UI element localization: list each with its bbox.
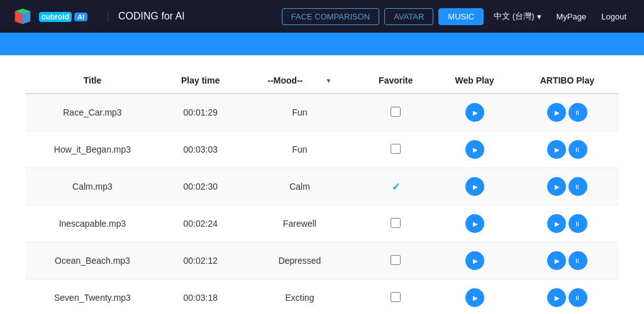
web-play-button[interactable]: ▶ [465, 103, 484, 122]
cell-artibo-play: ▶⏸ [516, 205, 619, 242]
logo-text: cubroidAI [38, 11, 87, 22]
artibo-play-button[interactable]: ▶ [547, 288, 566, 307]
artibo-pause-button[interactable]: ⏸ [569, 251, 587, 270]
artibo-play-icon: ▶ [555, 146, 560, 153]
cell-favorite[interactable] [358, 242, 433, 279]
artibo-pause-icon: ⏸ [574, 183, 581, 190]
web-play-button[interactable]: ▶ [465, 214, 484, 233]
cell-play-time: 00:01:29 [160, 94, 242, 131]
web-play-button[interactable]: ▶ [465, 288, 484, 307]
cell-title: Race_Car.mp3 [25, 94, 160, 131]
language-button[interactable]: 中文 (台灣) ▾ [489, 8, 546, 25]
artibo-pause-button[interactable]: ⏸ [569, 177, 587, 196]
artibo-play-button[interactable]: ▶ [547, 103, 566, 122]
favorite-checkbox[interactable] [391, 292, 401, 302]
cell-web-play: ▶ [433, 168, 515, 205]
language-label: 中文 (台灣) [494, 11, 534, 22]
music-table: Title Play time --Mood-- Fun Calm Farewe… [25, 68, 619, 314]
table-row: Calm.mp300:02:30Calm✓▶▶⏸ [25, 168, 619, 205]
play-icon: ▶ [473, 146, 478, 153]
artibo-pause-icon: ⏸ [574, 220, 581, 227]
cell-title: How_it_Began.mp3 [25, 131, 160, 168]
cell-title: Calm.mp3 [25, 168, 160, 205]
table-row: Seven_Twenty.mp300:03:18Excting▶▶⏸ [25, 279, 619, 315]
cell-web-play: ▶ [433, 205, 515, 242]
cell-mood: Calm [242, 168, 358, 205]
cell-title: Ocean_Beach.mp3 [25, 242, 160, 279]
col-play-time: Play time [160, 68, 242, 94]
cell-favorite[interactable] [358, 279, 433, 315]
cell-title: Seven_Twenty.mp3 [25, 279, 160, 315]
artibo-play-icon: ▶ [555, 109, 560, 116]
cell-artibo-play: ▶⏸ [516, 94, 619, 131]
cell-artibo-play: ▶⏸ [516, 168, 619, 205]
cell-favorite[interactable] [358, 131, 433, 168]
artibo-play-button[interactable]: ▶ [547, 214, 566, 233]
play-icon: ▶ [473, 109, 478, 116]
cell-web-play: ▶ [433, 242, 515, 279]
col-artibo-play: ARTIBO Play [516, 68, 619, 94]
table-row: Ocean_Beach.mp300:02:12Depressed▶▶⏸ [25, 242, 619, 279]
blue-bar [0, 33, 644, 55]
favorite-checkbox[interactable] [391, 144, 401, 154]
play-icon: ▶ [473, 295, 478, 301]
artibo-pause-button[interactable]: ⏸ [569, 103, 587, 122]
artibo-pause-icon: ⏸ [574, 146, 581, 153]
artibo-pause-button[interactable]: ⏸ [569, 288, 587, 307]
artibo-play-icon: ▶ [555, 220, 560, 227]
artibo-play-icon: ▶ [555, 257, 560, 264]
artibo-pause-button[interactable]: ⏸ [569, 140, 587, 159]
cell-favorite[interactable] [358, 94, 433, 131]
table-row: Race_Car.mp300:01:29Fun▶▶⏸ [25, 94, 619, 131]
language-chevron-icon: ▾ [537, 12, 541, 21]
table-row: How_it_Began.mp300:03:03Fun▶▶⏸ [25, 131, 619, 168]
artibo-pause-icon: ⏸ [574, 257, 581, 264]
logo-icon [13, 6, 33, 26]
cell-artibo-play: ▶⏸ [516, 242, 619, 279]
cell-title: Inescapable.mp3 [25, 205, 160, 242]
web-play-button[interactable]: ▶ [465, 251, 484, 270]
artibo-play-button[interactable]: ▶ [547, 177, 566, 196]
artibo-pause-icon: ⏸ [574, 295, 581, 301]
logo-name: cubroid [39, 12, 72, 22]
artibo-play-icon: ▶ [555, 183, 560, 190]
avatar-button[interactable]: AVATAR [384, 8, 433, 25]
artibo-pause-button[interactable]: ⏸ [569, 214, 587, 233]
cell-mood: Excting [242, 279, 358, 315]
cell-artibo-play: ▶⏸ [516, 279, 619, 315]
cell-favorite[interactable] [358, 205, 433, 242]
artibo-play-button[interactable]: ▶ [547, 140, 566, 159]
header: cubroidAI CODING for AI FACE COMPARISON … [0, 0, 644, 33]
favorite-checkbox[interactable] [391, 218, 401, 228]
cell-mood: Fun [242, 94, 358, 131]
artibo-play-button[interactable]: ▶ [547, 251, 566, 270]
favorite-checkbox[interactable] [391, 255, 401, 265]
col-mood: --Mood-- Fun Calm Farewell Depressed Exc… [242, 68, 358, 94]
mypage-button[interactable]: MyPage [552, 9, 592, 24]
web-play-button[interactable]: ▶ [465, 140, 484, 159]
table-row: Inescapable.mp300:02:24Farewell▶▶⏸ [25, 205, 619, 242]
main-content: Title Play time --Mood-- Fun Calm Farewe… [0, 55, 644, 314]
cell-mood: Farewell [242, 205, 358, 242]
cell-web-play: ▶ [433, 94, 515, 131]
logout-button[interactable]: Logout [596, 9, 631, 24]
web-play-button[interactable]: ▶ [465, 177, 484, 196]
cell-mood: Fun [242, 131, 358, 168]
col-web-play: Web Play [433, 68, 515, 94]
col-favorite: Favorite [358, 68, 433, 94]
cell-mood: Depressed [242, 242, 358, 279]
music-button[interactable]: MUSIC [438, 8, 484, 25]
cell-web-play: ▶ [433, 279, 515, 315]
favorite-check-icon: ✓ [392, 181, 400, 192]
favorite-checkbox[interactable] [391, 107, 401, 117]
col-title: Title [25, 68, 160, 94]
mood-filter-select[interactable]: --Mood-- Fun Calm Farewell Depressed Exc… [268, 75, 323, 85]
cell-artibo-play: ▶⏸ [516, 131, 619, 168]
play-icon: ▶ [473, 183, 478, 190]
face-comparison-button[interactable]: FACE COMPARISON [282, 8, 379, 25]
cell-play-time: 00:03:03 [160, 131, 242, 168]
cell-favorite[interactable]: ✓ [358, 168, 433, 205]
header-nav: FACE COMPARISON AVATAR MUSIC 中文 (台灣) ▾ M… [282, 8, 631, 25]
mood-dropdown-icon: ▼ [326, 77, 332, 84]
logo-badge: AI [74, 13, 87, 21]
